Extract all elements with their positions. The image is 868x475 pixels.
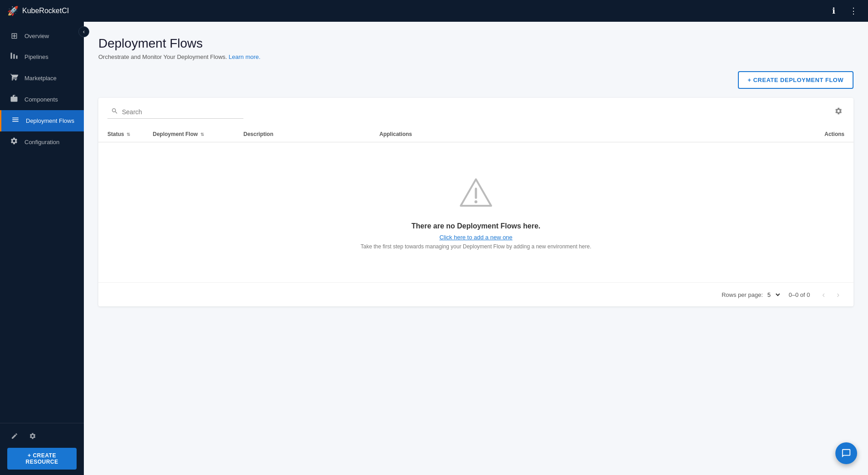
col-header-deployment-flow[interactable]: Deployment Flow ⇅ xyxy=(144,126,234,142)
sidebar-item-deployment-flows-label: Deployment Flows xyxy=(26,117,74,124)
sidebar-item-marketplace[interactable]: Marketplace xyxy=(0,68,84,89)
overview-icon: ⊞ xyxy=(9,31,19,41)
rows-per-page-select[interactable]: 5 10 25 xyxy=(766,291,781,299)
prev-page-button[interactable]: ‹ xyxy=(817,288,830,301)
header-actions: ℹ ⋮ xyxy=(826,4,861,18)
sidebar-item-components-label: Components xyxy=(24,96,58,103)
data-table: Status ⇅ Deployment Flow ⇅ Description A… xyxy=(98,126,853,282)
chevron-left-icon: ‹ xyxy=(83,29,85,35)
content-area: Deployment Flows Orchestrate and Monitor… xyxy=(84,22,868,475)
search-box xyxy=(107,106,243,119)
table-card: Status ⇅ Deployment Flow ⇅ Description A… xyxy=(98,98,853,306)
sidebar-item-overview[interactable]: ⊞ Overview xyxy=(0,25,84,46)
learn-more-link[interactable]: Learn more. xyxy=(229,53,261,60)
empty-state-row: There are no Deployment Flows here. Clic… xyxy=(98,142,853,283)
info-button[interactable]: ℹ xyxy=(826,4,841,18)
rows-per-page: Rows per page: 5 10 25 xyxy=(722,291,781,299)
chat-fab-button[interactable] xyxy=(835,442,857,464)
sidebar-item-marketplace-label: Marketplace xyxy=(24,75,57,82)
table-toolbar xyxy=(98,98,853,126)
page-title: Deployment Flows xyxy=(98,36,853,51)
col-header-description: Description xyxy=(234,126,370,142)
sort-deployment-icon: ⇅ xyxy=(200,132,204,137)
logo-area: 🚀 KubeRocketCI xyxy=(7,5,826,16)
pagination-buttons: ‹ › xyxy=(817,288,844,301)
sidebar-item-components[interactable]: Components xyxy=(0,89,84,110)
more-menu-button[interactable]: ⋮ xyxy=(846,4,861,18)
deployment-flows-icon xyxy=(10,116,20,126)
sidebar-toggle[interactable]: ‹ xyxy=(78,26,89,37)
page-subtitle: Orchestrate and Monitor Your Deployment … xyxy=(98,53,853,60)
warning-icon xyxy=(458,175,494,211)
configuration-icon xyxy=(9,137,19,147)
create-resource-button[interactable]: + CREATE RESOURCE xyxy=(7,448,77,470)
sidebar-bottom-icons xyxy=(7,429,77,443)
sidebar-item-pipelines-label: Pipelines xyxy=(24,53,48,60)
svg-rect-2 xyxy=(16,55,18,59)
sort-status-icon: ⇅ xyxy=(126,132,130,137)
table-settings-icon[interactable] xyxy=(833,105,844,119)
more-icon: ⋮ xyxy=(849,6,858,16)
table-footer: Rows per page: 5 10 25 0–0 of 0 ‹ › xyxy=(98,282,853,306)
table-header-row: Status ⇅ Deployment Flow ⇅ Description A… xyxy=(98,126,853,142)
create-deployment-flow-button[interactable]: + CREATE DEPLOYMENT FLOW xyxy=(738,71,853,89)
logo-icon: 🚀 xyxy=(7,5,19,16)
empty-state: There are no Deployment Flows here. Clic… xyxy=(107,148,844,277)
search-input[interactable] xyxy=(122,108,240,116)
sidebar-item-pipelines[interactable]: Pipelines xyxy=(0,46,84,68)
svg-point-5 xyxy=(475,200,477,203)
empty-subtitle: Take the first step towards managing you… xyxy=(116,243,835,250)
sidebar-nav: ⊞ Overview Pipelines Marketplace Compon xyxy=(0,22,84,423)
search-icon xyxy=(111,107,118,116)
col-header-status[interactable]: Status ⇅ xyxy=(98,126,144,142)
empty-title: There are no Deployment Flows here. xyxy=(116,222,835,230)
empty-add-link[interactable]: Click here to add a new one xyxy=(116,234,835,241)
rows-per-page-label: Rows per page: xyxy=(722,291,763,298)
page-header: Deployment Flows Orchestrate and Monitor… xyxy=(98,36,853,60)
edit-icon-button[interactable] xyxy=(7,429,22,443)
sidebar-item-deployment-flows[interactable]: Deployment Flows xyxy=(0,110,84,131)
svg-rect-0 xyxy=(11,53,12,59)
pipelines-icon xyxy=(9,52,19,62)
settings-icon-button[interactable] xyxy=(25,429,40,443)
sidebar: ‹ ⊞ Overview Pipelines Marketplace xyxy=(0,22,84,475)
page-actions: + CREATE DEPLOYMENT FLOW xyxy=(98,71,853,89)
next-page-button[interactable]: › xyxy=(832,288,844,301)
app-title: KubeRocketCI xyxy=(22,7,69,15)
pagination-info: 0–0 of 0 xyxy=(789,291,810,298)
main-layout: ‹ ⊞ Overview Pipelines Marketplace xyxy=(0,22,868,475)
col-header-applications: Applications xyxy=(370,126,808,142)
components-icon xyxy=(9,94,19,105)
svg-rect-1 xyxy=(14,54,15,59)
sidebar-item-configuration-label: Configuration xyxy=(24,139,59,145)
col-header-actions: Actions xyxy=(808,126,853,142)
sidebar-bottom: + CREATE RESOURCE xyxy=(0,423,84,475)
top-header: 🚀 KubeRocketCI ℹ ⋮ xyxy=(0,0,868,22)
marketplace-icon xyxy=(9,73,19,83)
info-icon: ℹ xyxy=(832,6,835,16)
sidebar-item-overview-label: Overview xyxy=(24,33,49,39)
sidebar-item-configuration[interactable]: Configuration xyxy=(0,131,84,153)
empty-state-cell: There are no Deployment Flows here. Clic… xyxy=(98,142,853,283)
